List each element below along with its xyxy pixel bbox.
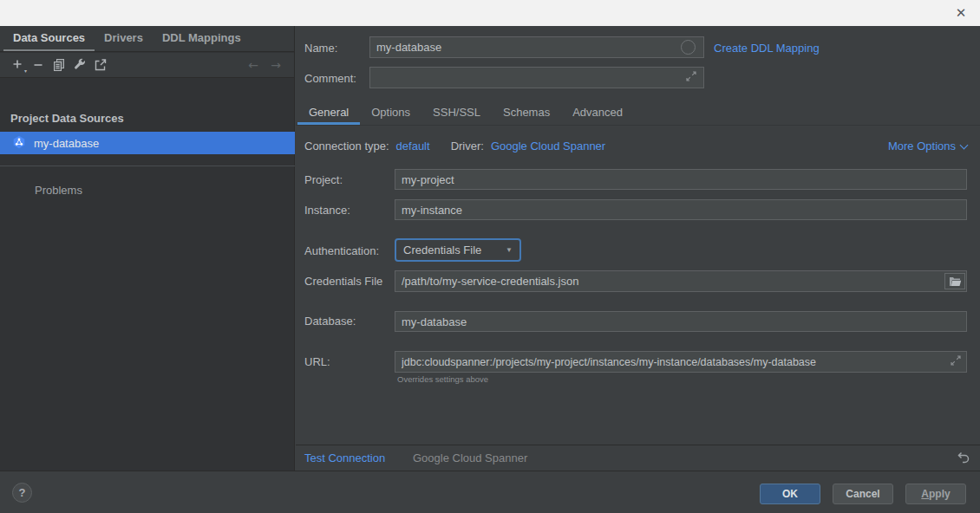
connection-type-row: Connection type: default Driver: Google … [304,140,967,153]
tab-schemas[interactable]: Schemas [492,101,561,125]
cloud-spanner-icon [12,135,26,152]
problems-section[interactable]: Problems [35,184,82,197]
left-panel-divider [0,166,295,166]
more-options-label: More Options [888,140,956,153]
name-input[interactable] [369,36,704,58]
project-data-sources-header: Project Data Sources [10,112,124,125]
chevron-down-icon [960,140,969,149]
revert-icon[interactable] [954,449,973,468]
dialog-titlebar: ✕ [0,0,980,26]
left-tabbar: Data Sources Drivers DDL Mappings [0,26,294,52]
comment-label: Comment: [304,72,356,85]
data-source-label: my-database [34,137,99,150]
data-source-my-database[interactable]: my-database [0,132,295,154]
dialog-footer: ? OK Cancel Apply [0,471,980,513]
comment-expand-icon[interactable] [685,70,697,85]
test-row-separator [296,445,980,445]
ok-button[interactable]: OK [760,484,820,504]
name-loading-ring-icon [681,40,696,55]
database-input[interactable] [395,311,967,332]
wrench-icon[interactable] [69,55,90,75]
url-override-note: Overrides settings above [397,374,488,384]
close-icon[interactable]: ✕ [951,3,971,23]
credentials-file-label: Credentials File [304,275,382,288]
authentication-value: Credentials File [403,244,481,256]
remove-icon[interactable] [28,55,49,75]
connection-type-value-link[interactable]: default [396,140,430,153]
help-button[interactable]: ? [12,483,32,503]
duplicate-icon[interactable] [49,55,69,75]
driver-value-link[interactable]: Google Cloud Spanner [491,140,605,153]
dropdown-arrow-icon: ▼ [506,246,513,254]
database-label: Database: [304,315,356,328]
test-connection-link[interactable]: Test Connection [304,451,385,464]
forward-arrow-icon[interactable]: → [265,58,287,72]
project-input[interactable] [395,169,967,190]
open-in-new-icon[interactable] [90,55,111,75]
authentication-select[interactable]: Credentials File ▼ [395,238,521,262]
tab-drivers[interactable]: Drivers [95,26,153,51]
project-label: Project: [304,173,343,186]
comment-input[interactable] [369,67,704,88]
name-label: Name: [304,42,337,55]
back-arrow-icon[interactable]: ← [242,58,265,72]
instance-label: Instance: [304,204,350,217]
detail-tabbar: General Options SSH/SSL Schemas Advanced [296,101,980,126]
tab-ddl-mappings[interactable]: DDL Mappings [153,26,251,51]
connection-type-label: Connection type: [304,140,389,153]
tab-options[interactable]: Options [360,101,421,125]
left-toolbar: ▾ [0,53,294,78]
instance-input[interactable] [395,199,967,220]
create-ddl-mapping-link[interactable]: Create DDL Mapping [714,42,820,55]
url-label: URL: [304,355,330,368]
url-expand-icon[interactable] [950,354,962,369]
tab-data-sources[interactable]: Data Sources [3,26,95,51]
credentials-file-input[interactable] [395,270,967,292]
data-sources-dialog: ✕ Data Sources Drivers DDL Mappings ▾ [0,0,980,513]
tab-general[interactable]: General [297,101,360,125]
test-driver-name: Google Cloud Spanner [413,451,527,464]
left-panel: Data Sources Drivers DDL Mappings ▾ [0,26,295,471]
add-caret-icon: ▾ [24,68,27,74]
tab-ssh-ssl[interactable]: SSH/SSL [421,101,492,125]
url-input[interactable] [395,351,967,373]
add-icon[interactable]: ▾ [7,55,28,75]
authentication-label: Authentication: [304,244,379,257]
cancel-button[interactable]: Cancel [833,484,893,504]
more-options-link[interactable]: More Options [888,140,967,153]
tab-advanced[interactable]: Advanced [561,101,634,125]
apply-button[interactable]: Apply [905,484,966,504]
browse-folder-icon[interactable] [944,273,965,289]
driver-label: Driver: [451,140,484,153]
